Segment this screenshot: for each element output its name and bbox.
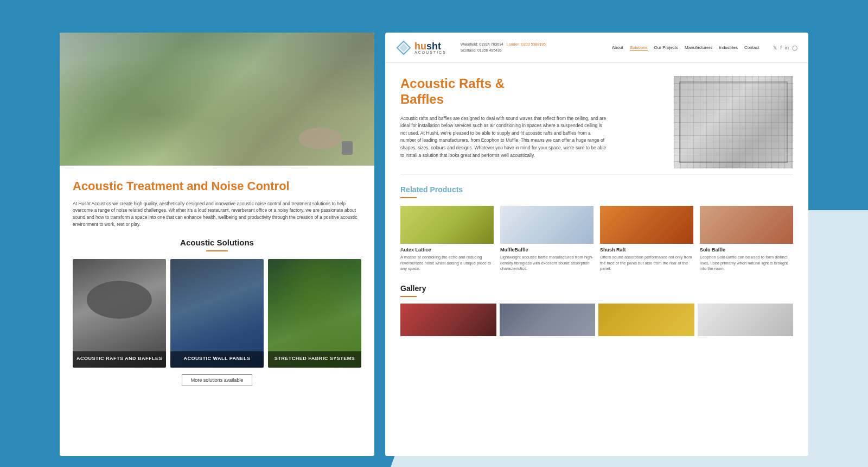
solutions-heading: Acoustic Solutions <box>73 238 361 247</box>
gallery-image-2[interactable] <box>500 304 596 336</box>
page-title-line1: Acoustic Rafts & <box>400 76 505 91</box>
hero-text: Acoustic Treatment and Noise Control At … <box>73 179 358 228</box>
gallery-grid <box>400 304 793 336</box>
related-title-muffle: MuffleBaffle <box>500 247 593 253</box>
related-card-shush[interactable]: Shush Raft Offers sound absorption perfo… <box>600 206 693 272</box>
nav-contacts: Wakefield: 01924 763634 London: 0203 538… <box>461 42 603 53</box>
right-panel: husht ACOUSTICS Wakefield: 01924 763634 … <box>385 33 808 456</box>
solution-card-wall[interactable]: ACOUSTIC WALL PANELS <box>170 259 264 368</box>
solutions-section: Acoustic Solutions ACOUSTIC RAFTS AND BA… <box>60 228 374 399</box>
card-label-wall: ACOUSTIC WALL PANELS <box>174 356 260 362</box>
hero-description: At Husht Acoustics we create high qualit… <box>73 200 358 228</box>
content-area: Acoustic Rafts & Baffles Acoustic rafts … <box>385 63 808 456</box>
gallery-image-3[interactable] <box>598 304 694 336</box>
nav-projects[interactable]: Our Projects <box>654 45 678 50</box>
related-desc-shush: Offers sound absorption performance not … <box>600 255 693 272</box>
product-image-area <box>674 76 793 168</box>
related-image-autex <box>400 206 494 244</box>
more-button-wrapper: More solutions available <box>73 374 361 386</box>
logo-name-suffix: sht <box>426 41 441 52</box>
logo-text: husht ACOUSTICS <box>414 41 446 54</box>
solutions-grid: ACOUSTIC RAFTS AND BAFFLES ACOUSTIC WALL… <box>73 259 361 368</box>
related-card-muffle[interactable]: MuffleBaffle Lightweight acoustic baffle… <box>500 206 593 272</box>
room-chairs-decor <box>342 141 353 155</box>
section-divider <box>400 174 793 174</box>
solution-card-fabric[interactable]: STRETCHED FABRIC SYSTEMS <box>268 259 361 368</box>
page-description: Acoustic rafts and baffles are designed … <box>400 115 607 160</box>
gallery-image-1[interactable] <box>400 304 496 336</box>
hero-title: Acoustic Treatment and Noise Control <box>73 179 358 194</box>
related-products-title: Related Products <box>400 185 793 194</box>
logo-icon <box>396 40 411 55</box>
logo-sub: ACOUSTICS <box>414 51 446 54</box>
related-products-grid: Autex Lattice A master at controlling th… <box>400 206 793 272</box>
navigation-bar: husht ACOUSTICS Wakefield: 01924 763634 … <box>385 33 808 63</box>
card-overlay-wall: ACOUSTIC WALL PANELS <box>170 351 264 368</box>
nav-contact[interactable]: Contact <box>744 45 760 50</box>
related-underline-decor <box>400 197 417 198</box>
card-overlay-fabric: STRETCHED FABRIC SYSTEMS <box>268 351 361 368</box>
nav-solutions[interactable]: Solutions <box>630 45 648 51</box>
related-card-solo[interactable]: Solo Baffle Ecophon Solo Baffle can be u… <box>700 206 793 272</box>
related-title-solo: Solo Baffle <box>700 247 793 253</box>
product-image-rafts <box>674 76 793 168</box>
gallery-title: Gallery <box>400 284 793 293</box>
social-facebook[interactable]: f <box>780 45 782 51</box>
main-container: Acoustic Treatment and Noise Control At … <box>0 0 868 467</box>
related-title-autex: Autex Lattice <box>400 247 494 253</box>
social-instagram[interactable]: ◯ <box>792 45 797 51</box>
related-desc-autex: A master at controlling the echo and red… <box>400 255 494 272</box>
card-overlay-rafts: ACOUSTIC RAFTS AND BAFFLES <box>73 351 166 368</box>
nav-about[interactable]: About <box>612 45 623 50</box>
contact-wakefield: Wakefield: 01924 763634 London: 0203 538… <box>461 42 603 48</box>
social-links: 𝕏 f in ◯ <box>773 45 797 51</box>
related-image-solo <box>700 206 793 244</box>
gallery-underline-decor <box>400 296 417 297</box>
main-content-area: Acoustic Rafts & Baffles Acoustic rafts … <box>385 63 808 456</box>
solutions-underline-decor <box>206 250 228 251</box>
social-linkedin[interactable]: in <box>785 45 789 51</box>
room-table-decor <box>298 128 342 149</box>
related-title-shush: Shush Raft <box>600 247 693 253</box>
logo[interactable]: husht ACOUSTICS <box>396 40 446 55</box>
related-desc-muffle: Lightweight acoustic baffle manufactured… <box>500 255 593 272</box>
nav-links: About Solutions Our Projects Manufacture… <box>612 45 760 51</box>
page-title-line2: Baffles <box>400 92 444 106</box>
related-image-muffle <box>500 206 593 244</box>
hero-content: Acoustic Treatment and Noise Control At … <box>60 166 374 228</box>
nav-manufacturers[interactable]: Manufacturers <box>685 45 712 50</box>
nav-industries[interactable]: Industries <box>719 45 738 50</box>
related-desc-solo: Ecophon Solo Baffle can be used to form … <box>700 255 793 272</box>
logo-name-prefix: hu <box>414 41 426 52</box>
left-panel: Acoustic Treatment and Noise Control At … <box>60 33 374 456</box>
card-label-fabric: STRETCHED FABRIC SYSTEMS <box>271 356 358 362</box>
related-card-autex[interactable]: Autex Lattice A master at controlling th… <box>400 206 494 272</box>
more-solutions-button[interactable]: More solutions available <box>182 374 253 386</box>
card-label-rafts: ACOUSTIC RAFTS AND BAFFLES <box>76 356 163 362</box>
gallery-image-4[interactable] <box>698 304 794 336</box>
related-image-shush <box>600 206 693 244</box>
hero-image <box>60 33 374 166</box>
contact-scotland: Scotland: 01356 495436 <box>461 48 603 54</box>
contact-london[interactable]: London: 0203 5388195 <box>507 42 546 46</box>
social-twitter[interactable]: 𝕏 <box>773 45 777 51</box>
solution-card-rafts[interactable]: ACOUSTIC RAFTS AND BAFFLES <box>73 259 166 368</box>
